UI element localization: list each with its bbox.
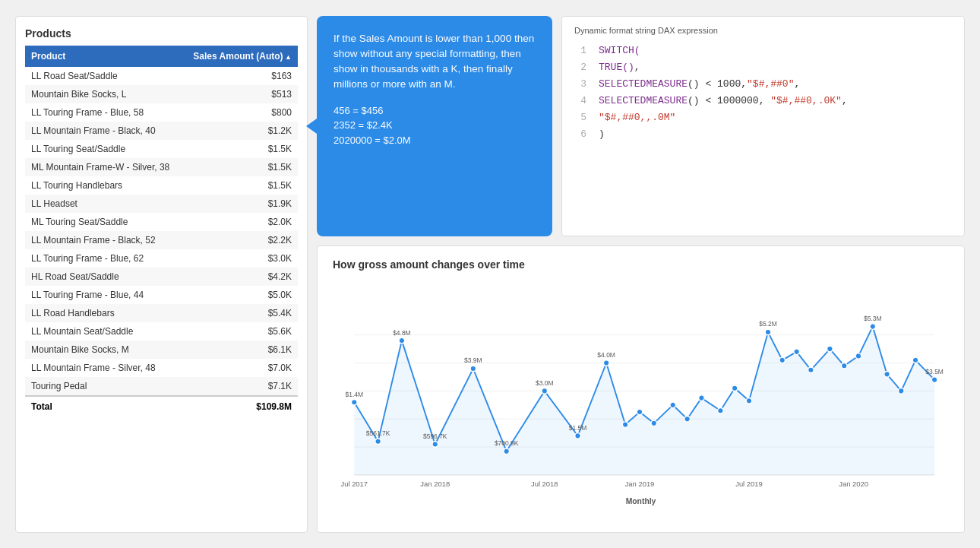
products-tbody: LL Road Seat/Saddle$163Mountain Bike Soc…	[25, 67, 298, 396]
chart-dot	[399, 337, 405, 344]
chart-dot	[603, 360, 609, 366]
chart-dot	[637, 409, 643, 415]
dax-line: 1SWITCH(	[574, 43, 952, 59]
tooltip-box: If the Sales Amount is lower than 1,000 …	[317, 16, 552, 236]
chart-dot	[931, 376, 937, 382]
col-header-product[interactable]: Product	[25, 46, 182, 67]
x-axis-label: Jan 2019	[625, 480, 655, 488]
chart-data-label: $4.8M	[393, 328, 411, 336]
dax-line-code: SELECTEDMEASURE() < 1000000, "$#,##0,.0K…	[599, 93, 848, 109]
chart-dot	[718, 407, 724, 413]
product-sales-cell: $7.0K	[182, 359, 298, 377]
product-name-cell: Mountain Bike Socks, M	[25, 341, 182, 359]
product-sales-cell: $1.9K	[182, 195, 298, 213]
product-sales-cell: $4.2K	[182, 268, 298, 286]
dax-line: 6)	[574, 126, 952, 143]
product-name-cell: LL Road Handlebars	[25, 304, 182, 322]
chart-dot	[542, 388, 548, 394]
chart-dot	[746, 398, 752, 404]
product-sales-cell: $5.4K	[182, 304, 298, 322]
products-table-wrapper[interactable]: Product Sales Amount (Auto) LL Road Seat…	[25, 46, 298, 417]
table-row: LL Mountain Frame - Silver, 48$7.0K	[25, 359, 298, 377]
chart-dot	[670, 402, 676, 408]
example-1: 456 = $456	[334, 103, 536, 119]
table-row: LL Road Seat/Saddle$163	[25, 67, 298, 85]
product-sales-cell: $513	[182, 85, 298, 103]
table-header-row: Product Sales Amount (Auto)	[25, 46, 298, 67]
table-row: HL Road Seat/Saddle$4.2K	[25, 268, 298, 286]
product-name-cell: ML Mountain Frame-W - Silver, 38	[25, 158, 182, 176]
table-row: LL Headset$1.9K	[25, 195, 298, 213]
table-row: Touring Pedal$7.1K	[25, 377, 298, 396]
top-row: If the Sales Amount is lower than 1,000 …	[317, 16, 965, 236]
table-row: Mountain Bike Socks, M$6.1K	[25, 341, 298, 359]
tooltip-examples: 456 = $456 2352 = $2.4K 2020000 = $2.0M	[334, 103, 536, 148]
chart-dot	[352, 399, 358, 405]
product-name-cell: Mountain Bike Socks, L	[25, 85, 182, 103]
chart-dot	[912, 357, 918, 363]
example-2: 2352 = $2.4K	[334, 118, 536, 133]
chart-dot	[899, 388, 905, 394]
dax-line-number: 2	[574, 59, 586, 76]
table-row: LL Mountain Frame - Black, 52$2.2K	[25, 231, 298, 249]
chart-area-fill	[354, 326, 934, 474]
example-3: 2020000 = $2.0M	[334, 133, 536, 148]
product-sales-cell: $1.5K	[182, 176, 298, 195]
right-panels: If the Sales Amount is lower than 1,000 …	[317, 16, 965, 533]
chart-dot	[855, 353, 861, 359]
dax-line: 4 SELECTEDMEASURE() < 1000000, "$#,##0,.…	[574, 93, 952, 109]
dax-title: Dynamic format string DAX expression	[574, 26, 952, 35]
dax-lines-container: 1SWITCH(2 TRUE(),3 SELECTEDMEASURE() < 1…	[574, 43, 952, 144]
chart-data-label: $596.7K	[423, 432, 447, 439]
chart-data-label: $1.5M	[569, 423, 587, 431]
dax-line-code: "$#,##0,,.0M"	[599, 109, 675, 126]
line-chart: $1.4M$561.7K$4.8M$596.7K$3.9M$700.9K$3.0…	[333, 278, 949, 521]
chart-dot	[779, 357, 786, 363]
chart-dot	[622, 421, 628, 427]
dax-line-code: SELECTEDMEASURE() < 1000,"$#,##0",	[599, 76, 800, 93]
chart-data-label: $561.7K	[366, 429, 390, 437]
chart-dot	[808, 366, 814, 372]
dax-line-number: 3	[574, 76, 586, 93]
product-sales-cell: $2.0K	[182, 213, 298, 231]
col-header-sales[interactable]: Sales Amount (Auto)	[182, 46, 298, 67]
chart-data-label: $3.5M	[925, 368, 944, 375]
chart-dot	[684, 416, 691, 422]
product-name-cell: ML Touring Seat/Saddle	[25, 213, 182, 231]
table-row: LL Touring Frame - Blue, 44$5.0K	[25, 286, 298, 304]
product-name-cell: Touring Pedal	[25, 377, 182, 396]
tooltip-text: If the Sales Amount is lower than 1,000 …	[334, 31, 536, 93]
dax-line-code: SWITCH(	[599, 43, 640, 59]
dax-line-number: 1	[574, 43, 586, 59]
dax-line-number: 6	[574, 126, 586, 143]
chart-dot	[699, 394, 705, 401]
chart-dot	[375, 439, 381, 445]
products-table: Product Sales Amount (Auto) LL Road Seat…	[25, 46, 298, 417]
product-sales-cell: $1.5K	[182, 140, 298, 158]
x-axis-label: Jan 2020	[839, 480, 868, 488]
chart-dot	[470, 366, 476, 372]
dax-line-number: 5	[574, 109, 586, 126]
product-sales-cell: $1.2K	[182, 122, 298, 140]
chart-dot	[765, 329, 771, 335]
product-name-cell: LL Touring Frame - Blue, 62	[25, 249, 182, 268]
table-row: LL Touring Frame - Blue, 58$800	[25, 103, 298, 122]
chart-data-label: $3.9M	[464, 356, 482, 364]
table-row: ML Touring Seat/Saddle$2.0K	[25, 213, 298, 231]
chart-dot	[575, 432, 581, 439]
table-row: Mountain Bike Socks, L$513	[25, 85, 298, 103]
product-name-cell: LL Touring Frame - Blue, 58	[25, 103, 182, 122]
chart-panel: How gross amount changes over time $1.4M…	[317, 245, 965, 533]
dax-panel: Dynamic format string DAX expression 1SW…	[561, 16, 965, 236]
table-row: LL Touring Seat/Saddle$1.5K	[25, 140, 298, 158]
table-row: LL Mountain Seat/Saddle$5.6K	[25, 322, 298, 341]
product-sales-cell: $2.2K	[182, 231, 298, 249]
product-sales-cell: $6.1K	[182, 341, 298, 359]
product-sales-cell: $800	[182, 103, 298, 122]
dax-line-code: TRUE(),	[599, 59, 640, 76]
chart-data-label: $4.0M	[597, 350, 615, 358]
table-row: LL Road Handlebars$5.4K	[25, 304, 298, 322]
products-panel: Products Product Sales Amount (Auto) LL …	[15, 16, 308, 533]
footer-label: Total	[25, 396, 182, 417]
product-sales-cell: $5.0K	[182, 286, 298, 304]
